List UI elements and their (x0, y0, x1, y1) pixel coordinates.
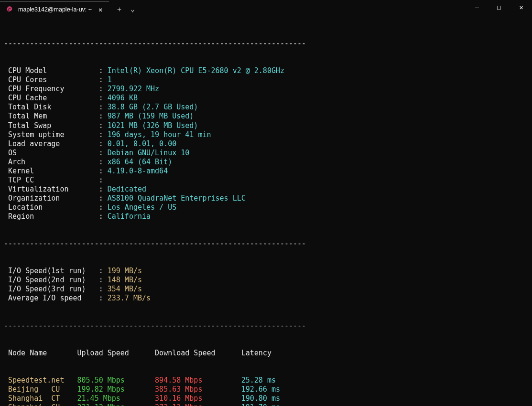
sysinfo-row: Load average : 0.01, 0.01, 0.00 (4, 139, 527, 149)
sysinfo-row: System uptime : 196 days, 19 hour 41 min (4, 130, 527, 139)
io-row: I/O Speed(1st run) : 199 MB/s (4, 267, 527, 276)
minimize-button[interactable]: ─ (466, 0, 488, 15)
sysinfo-row: Region : California (4, 212, 527, 221)
close-button[interactable]: ✕ (510, 0, 532, 15)
sysinfo-row: Kernel : 4.19.0-8-amd64 (4, 167, 527, 176)
divider: ----------------------------------------… (4, 39, 527, 48)
speedtest-row: Shanghai CU 331.12 Mbps 373.12 Mbps 191.… (4, 403, 527, 406)
sysinfo-row: TCP CC : (4, 176, 527, 185)
maximize-button[interactable]: ☐ (488, 0, 510, 15)
add-tab-button[interactable]: ＋ (116, 5, 123, 14)
tab-active[interactable]: maple3142@maple-la-uv: ~ ✕ (0, 1, 109, 17)
sysinfo-row: Location : Los Angeles / US (4, 203, 527, 212)
titlebar: maple3142@maple-la-uv: ~ ✕ ＋ ⌄ ─ ☐ ✕ (0, 0, 532, 18)
sysinfo-row: Arch : x86_64 (64 Bit) (4, 158, 527, 167)
tab-area: maple3142@maple-la-uv: ~ ✕ ＋ ⌄ (0, 0, 135, 18)
sysinfo-row: CPU Model : Intel(R) Xeon(R) CPU E5-2680… (4, 66, 527, 75)
io-row: Average I/O speed : 233.7 MB/s (4, 294, 527, 303)
tab-close-button[interactable]: ✕ (97, 6, 104, 13)
tab-actions: ＋ ⌄ (109, 5, 135, 14)
tab-dropdown-button[interactable]: ⌄ (130, 5, 135, 13)
terminal-body[interactable]: ----------------------------------------… (0, 18, 532, 406)
io-block: I/O Speed(1st run) : 199 MB/s I/O Speed(… (4, 267, 527, 303)
divider: ----------------------------------------… (4, 239, 527, 248)
io-row: I/O Speed(3rd run) : 354 MB/s (4, 285, 527, 294)
speedtest-block: Speedtest.net 805.50 Mbps 894.58 Mbps 25… (4, 376, 527, 406)
sysinfo-row: CPU Cache : 4096 KB (4, 94, 527, 103)
sysinfo-row: CPU Frequency : 2799.922 MHz (4, 85, 527, 94)
sysinfo-row: Organization : AS8100 QuadraNet Enterpri… (4, 194, 527, 203)
speedtest-row: Shanghai CT 21.45 Mbps 310.16 Mbps 190.8… (4, 394, 527, 403)
sysinfo-row: Total Disk : 38.8 GB (2.7 GB Used) (4, 103, 527, 112)
speedtest-header: Node Name Upload Speed Download Speed La… (4, 349, 527, 358)
sysinfo-row: OS : Debian GNU/Linux 10 (4, 149, 527, 158)
sysinfo-row: Total Mem : 987 MB (159 MB Used) (4, 112, 527, 121)
window-controls: ─ ☐ ✕ (466, 0, 532, 18)
debian-icon (6, 6, 13, 13)
tab-title: maple3142@maple-la-uv: ~ (18, 6, 92, 13)
speedtest-row: Beijing CU 199.82 Mbps 385.63 Mbps 192.6… (4, 385, 527, 394)
sysinfo-row: Total Swap : 1021 MB (326 MB Used) (4, 121, 527, 130)
io-row: I/O Speed(2nd run) : 148 MB/s (4, 276, 527, 285)
divider: ----------------------------------------… (4, 321, 527, 331)
sysinfo-row: Virtualization : Dedicated (4, 185, 527, 194)
speedtest-row: Speedtest.net 805.50 Mbps 894.58 Mbps 25… (4, 376, 527, 385)
sysinfo-block: CPU Model : Intel(R) Xeon(R) CPU E5-2680… (4, 66, 527, 221)
sysinfo-row: CPU Cores : 1 (4, 75, 527, 85)
